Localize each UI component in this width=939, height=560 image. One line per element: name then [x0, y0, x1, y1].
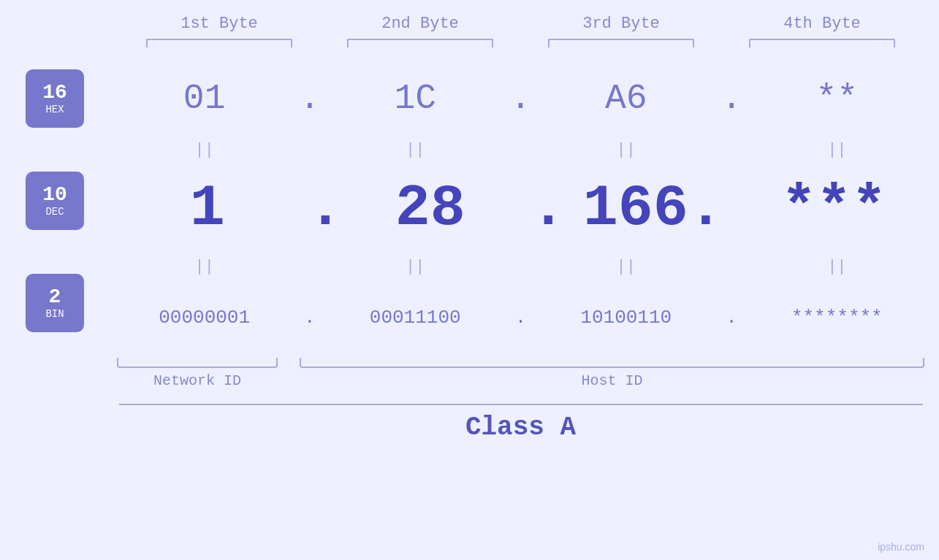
bin-byte1: 00000001: [124, 307, 285, 329]
host-id-label: Host ID: [300, 372, 924, 389]
hex-byte4: **: [756, 79, 917, 118]
eq2-byte4: ||: [756, 258, 917, 276]
eq1-byte4: ||: [756, 141, 917, 159]
byte-header-4: 4th Byte: [742, 15, 902, 33]
hex-byte2: 1C: [335, 79, 495, 118]
dec-dot-1: .: [308, 175, 330, 242]
eq2-byte2: ||: [335, 258, 495, 276]
bin-dot-3: .: [721, 307, 742, 329]
byte-header-1: 1st Byte: [139, 15, 300, 33]
dec-badge-number: 10: [42, 184, 67, 207]
bracket-2: [347, 39, 493, 47]
id-labels-row: Network ID Host ID: [102, 372, 939, 389]
top-bracket-row: [119, 39, 923, 47]
eq2-byte1: ||: [124, 258, 285, 276]
bin-badge-label: BIN: [45, 308, 64, 320]
class-bracket-line: [119, 404, 923, 405]
class-area: Class A: [119, 404, 923, 442]
badges-column: 16 HEX 10 DEC 2 BIN: [0, 69, 102, 332]
dec-badge-label: DEC: [45, 206, 64, 218]
equals-row-1: || || || ||: [102, 135, 939, 164]
dec-row: 1 . 28 . 166. ***: [102, 164, 939, 252]
grid-area: 16 HEX 10 DEC 2 BIN 01 . 1C: [0, 62, 939, 389]
host-bracket: [300, 358, 924, 368]
bin-byte3: 10100110: [546, 307, 707, 329]
class-label: Class A: [119, 413, 923, 442]
bin-dot-2: .: [509, 307, 531, 329]
network-bracket: [117, 358, 278, 368]
hex-badge: 16 HEX: [26, 69, 84, 128]
main-container: 1st Byte 2nd Byte 3rd Byte 4th Byte 16 H…: [0, 0, 939, 560]
byte-headers-row: 1st Byte 2nd Byte 3rd Byte 4th Byte: [119, 15, 923, 33]
bin-badge: 2 BIN: [26, 274, 84, 332]
bin-byte2: 00011100: [335, 307, 495, 329]
hex-byte3: A6: [546, 79, 707, 118]
bottom-bracket-container: [102, 358, 939, 368]
bin-dot-1: .: [299, 307, 321, 329]
equals-row-2: || || || ||: [102, 252, 939, 281]
dec-byte2: 28: [350, 175, 511, 242]
network-id-label: Network ID: [117, 372, 278, 389]
bin-badge-number: 2: [49, 286, 61, 309]
byte-header-2: 2nd Byte: [340, 15, 501, 33]
dec-byte3: 166.: [573, 175, 734, 242]
hex-dot-2: .: [509, 79, 531, 118]
hex-dot-3: .: [721, 79, 742, 118]
bracket-3: [548, 39, 694, 47]
watermark: ipshu.com: [878, 541, 924, 553]
eq1-byte2: ||: [335, 141, 495, 159]
hex-byte1: 01: [124, 79, 285, 118]
dec-byte4: ***: [753, 175, 914, 242]
eq1-byte3: ||: [546, 141, 707, 159]
bin-row: 00000001 . 00011100 . 10100110 . *******…: [102, 281, 939, 354]
bracket-1: [146, 39, 292, 47]
content-area: 01 . 1C . A6 . ** || ||: [102, 62, 939, 389]
eq1-byte1: ||: [124, 141, 285, 159]
byte-header-3: 3rd Byte: [541, 15, 702, 33]
hex-row: 01 . 1C . A6 . **: [102, 62, 939, 135]
dec-badge: 10 DEC: [26, 172, 84, 230]
hex-badge-number: 16: [42, 82, 67, 104]
dec-byte1: 1: [127, 175, 288, 242]
bin-byte4: ********: [756, 307, 917, 329]
bracket-4: [749, 39, 895, 47]
dec-dot-2: .: [531, 175, 552, 242]
hex-badge-label: HEX: [45, 104, 64, 115]
hex-dot-1: .: [299, 79, 321, 118]
eq2-byte3: ||: [546, 258, 707, 276]
